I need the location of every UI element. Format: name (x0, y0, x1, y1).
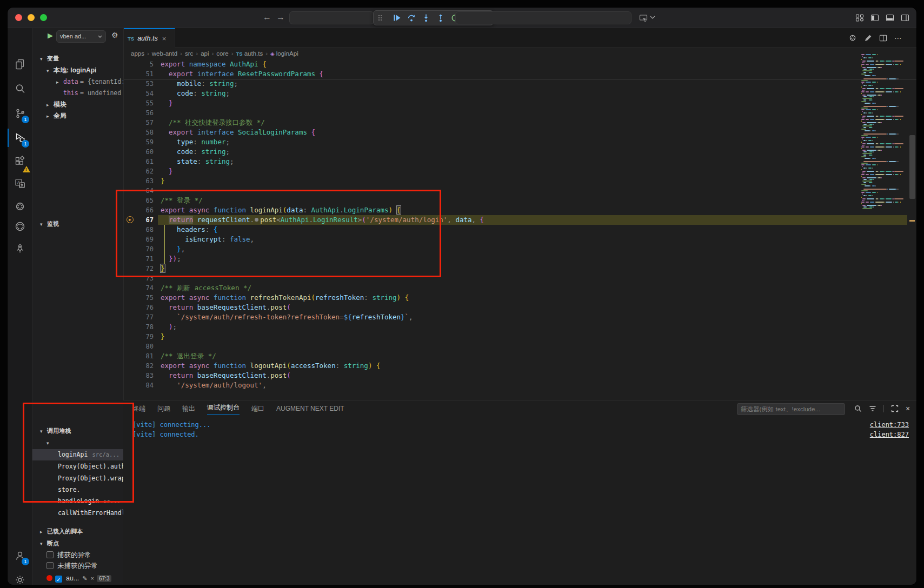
line-number[interactable]: 73 (123, 273, 154, 283)
variables-row[interactable]: ▸全局 (32, 110, 123, 122)
line-number[interactable]: 54 (123, 89, 154, 98)
code-line[interactable]: 55 } (123, 98, 916, 108)
line-number[interactable]: 76 (123, 303, 154, 312)
line-number[interactable]: 79 (123, 332, 154, 342)
filter-icon[interactable] (869, 405, 876, 412)
panel-tab-AUGMENT NEXT EDIT[interactable]: AUGMENT NEXT EDIT (276, 405, 344, 412)
code-line[interactable]: 82export async function logoutApi(access… (123, 361, 916, 371)
line-number[interactable]: 55 (123, 98, 154, 108)
minimap[interactable] (860, 54, 907, 216)
breadcrumb-item[interactable]: api (201, 50, 209, 57)
variables-row[interactable]: ▸data = {tenantId: … (32, 76, 123, 88)
code-line[interactable]: 78 ); (123, 322, 916, 332)
line-number[interactable]: 65 (123, 196, 154, 205)
command-center-box-right[interactable] (455, 11, 631, 24)
stack-frame-row[interactable]: callWithErrorHandlin (32, 507, 123, 519)
line-number[interactable]: 71 (123, 254, 154, 264)
line-number[interactable]: 53 (123, 79, 154, 89)
code-line[interactable]: 83 return baseRequestClient.post( (123, 371, 916, 380)
code-line[interactable]: 84 '/system/auth/logout', (123, 380, 916, 390)
toggle-panel-icon[interactable] (886, 14, 894, 22)
tab-close-icon[interactable]: × (162, 35, 167, 43)
section-callstack[interactable]: ▾调用堆栈 (32, 425, 123, 436)
code-line[interactable]: 64 (123, 186, 916, 196)
code-line[interactable]: 51 export interface ResetPasswordParams … (123, 69, 916, 79)
code-line[interactable]: 81/** 退出登录 */ (123, 351, 916, 361)
line-number[interactable]: 70 (123, 244, 154, 254)
code-line[interactable]: 59 type: number; (123, 137, 916, 147)
callstack-session-row[interactable]: ▾芋...已在断点处暂停 (32, 437, 123, 449)
split-editor-icon[interactable] (879, 34, 887, 42)
line-number[interactable]: 56 (123, 108, 154, 118)
editor-scrollbar[interactable] (909, 135, 915, 199)
debug-config-dropdown[interactable]: vben ad... (56, 30, 106, 43)
code-line[interactable]: 72} (123, 264, 916, 273)
continue-icon[interactable] (393, 14, 401, 22)
line-number[interactable]: 5 (123, 59, 154, 69)
code-line[interactable]: 69 isEncrypt: false, (123, 235, 916, 244)
code-area[interactable]: 5export namespace AuthApi {51 export int… (123, 59, 916, 400)
breadcrumb-item[interactable]: apps (131, 50, 144, 57)
stack-frame-row[interactable]: handleLoginsr... (32, 496, 123, 507)
edit-breakpoint-icon[interactable]: ✎ (82, 575, 87, 582)
start-debug-button[interactable]: ▶ (48, 31, 53, 39)
code-line[interactable]: 75export async function refreshTokenApi(… (123, 293, 916, 303)
stack-frame-row[interactable]: … (32, 519, 123, 523)
activity-account[interactable]: 1 (8, 546, 32, 565)
code-line[interactable]: 56 (123, 108, 916, 118)
activity-openai[interactable] (8, 197, 32, 216)
code-line[interactable]: 58 export interface SocialLoginParams { (123, 128, 916, 137)
line-number[interactable]: 51 (123, 69, 154, 79)
line-number[interactable]: 60 (123, 147, 154, 157)
line-number[interactable]: 83 (123, 371, 154, 380)
section-loaded-scripts[interactable]: ▸已载入的脚本 (32, 526, 123, 537)
line-number[interactable]: 66 (123, 205, 154, 215)
line-number[interactable]: 80 (123, 342, 154, 351)
code-line[interactable]: 54 code: string; (123, 89, 916, 98)
line-number[interactable]: 68 (123, 225, 154, 235)
breakpoint-row[interactable]: ✓au...✎×67:3 (32, 573, 123, 584)
zoom-window-button[interactable] (40, 14, 47, 21)
code-line[interactable]: 60 code: string; (123, 147, 916, 157)
activity-source-control[interactable]: 1 (8, 104, 32, 123)
code-line[interactable]: 5export namespace AuthApi { (123, 59, 916, 69)
close-window-button[interactable] (15, 14, 22, 21)
variables-row[interactable]: this = undefined (32, 88, 123, 99)
code-line[interactable]: 74/** 刷新 accessToken */ (123, 283, 916, 293)
code-line[interactable]: 65/** 登录 */ (123, 196, 916, 205)
debug-settings-gear-icon[interactable]: ⚙ (111, 31, 118, 39)
toggle-secondary-sidebar-icon[interactable] (901, 14, 909, 22)
step-over-icon[interactable] (407, 14, 416, 22)
line-number[interactable]: 59 (123, 137, 154, 147)
toggle-primary-sidebar-icon[interactable] (870, 14, 879, 22)
code-line[interactable]: 76 return baseRequestClient.post( (123, 303, 916, 312)
breakpoint-row[interactable]: 捕获的异常 (32, 550, 123, 561)
search-icon[interactable] (854, 405, 862, 412)
code-line[interactable]: 66export async function loginApi(data: A… (123, 205, 916, 215)
more-actions-icon[interactable]: ⋯ (894, 34, 902, 42)
line-number[interactable]: 81 (123, 351, 154, 361)
variables-row[interactable]: ▾本地: loginApi (32, 65, 123, 76)
panel-tab-问题[interactable]: 问题 (157, 404, 170, 413)
code-line[interactable]: 62 } (123, 166, 916, 176)
stack-frame-row[interactable]: Proxy(Object).wrappe (32, 473, 123, 484)
stack-frame-row[interactable]: Proxy(Object).authLo (32, 461, 123, 472)
variables-row[interactable]: ▸模块 (32, 99, 123, 110)
panel-tab-输出[interactable]: 输出 (182, 404, 195, 413)
customize-layout-icon[interactable] (855, 14, 864, 22)
code-line[interactable]: 71 }); (123, 254, 916, 264)
line-number[interactable]: 72 (123, 264, 154, 273)
line-number[interactable]: 57 (123, 118, 154, 128)
close-panel-icon[interactable]: × (906, 404, 910, 413)
activity-files[interactable] (8, 55, 32, 74)
line-number[interactable]: 74 (123, 283, 154, 293)
activity-gear[interactable] (8, 570, 32, 585)
code-line[interactable]: 80 (123, 342, 916, 351)
section-variables[interactable]: ▾变量 (32, 53, 123, 64)
code-line[interactable]: 53 mobile: string; (123, 79, 916, 89)
panel-tab-调试控制台[interactable]: 调试控制台 (207, 403, 240, 415)
line-number[interactable]: 61 (123, 157, 154, 166)
remove-breakpoint-icon[interactable]: × (91, 575, 94, 582)
line-number[interactable]: 58 (123, 128, 154, 137)
line-number[interactable]: 78 (123, 322, 154, 332)
